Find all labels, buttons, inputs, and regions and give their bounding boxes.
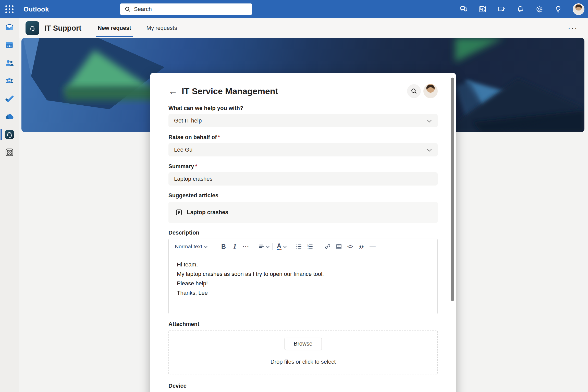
dialog-header: ← IT Service Management: [168, 73, 438, 98]
chevron-down-icon: [427, 118, 432, 122]
groups-icon: [5, 76, 14, 86]
search-input[interactable]: [134, 6, 248, 13]
text-style-dropdown[interactable]: Normal text: [173, 241, 212, 252]
sidebar-item-mail[interactable]: [0, 18, 19, 36]
todo-check-icon: [5, 94, 14, 104]
it-support-headset-icon: [4, 129, 15, 140]
help-with-value: Get IT help: [174, 117, 202, 124]
dialog-search-button[interactable]: [407, 84, 421, 98]
notifications-bell-icon[interactable]: [516, 5, 525, 14]
description-text-area[interactable]: Hi team, My laptop crashes as soon as I …: [169, 254, 437, 306]
code-block-button[interactable]: <>: [345, 241, 356, 252]
account-avatar[interactable]: [573, 3, 584, 15]
sidebar-item-calendar[interactable]: [0, 36, 19, 54]
header-tabs: New request My requests: [96, 18, 190, 38]
onedrive-cloud-icon: [4, 112, 15, 122]
link-icon: [324, 243, 331, 250]
outlook-top-bar: Outlook: [0, 0, 588, 18]
numbered-list-button[interactable]: 123: [304, 241, 316, 252]
search-icon: [410, 88, 418, 95]
link-button[interactable]: [322, 241, 333, 252]
bullet-list-icon: [296, 243, 302, 250]
raise-on-behalf-value: Lee Gu: [174, 146, 192, 153]
sidebar-item-more-apps[interactable]: [0, 143, 19, 161]
onenote-icon[interactable]: [478, 5, 487, 14]
description-editor[interactable]: Normal text B I ··· A: [168, 239, 438, 314]
settings-gear-icon[interactable]: [535, 5, 544, 14]
browse-button[interactable]: Browse: [285, 338, 322, 350]
help-with-select[interactable]: Get IT help: [168, 114, 438, 127]
bold-button[interactable]: B: [218, 241, 229, 252]
it-support-app-icon: [26, 21, 39, 35]
chevron-down-icon: [283, 244, 287, 248]
svg-text:3: 3: [308, 247, 309, 250]
people-icon: [5, 58, 14, 68]
more-apps-grid-icon: [5, 148, 14, 157]
text-color-dropdown[interactable]: A: [276, 241, 287, 252]
todo-tasks-icon[interactable]: [497, 5, 506, 14]
global-search-box[interactable]: [120, 3, 252, 15]
app-title: IT Support: [44, 24, 81, 32]
required-asterisk: *: [195, 163, 197, 169]
description-line: Please help!: [177, 280, 429, 287]
table-icon: [336, 243, 342, 250]
dialog-user-avatar[interactable]: [423, 84, 438, 98]
chevron-down-icon: [204, 244, 207, 248]
tab-my-requests[interactable]: My requests: [144, 18, 179, 38]
drop-files-hint: Drop files or click to select: [271, 359, 336, 365]
summary-input[interactable]: Laptop crashes: [168, 172, 438, 186]
it-service-management-dialog: ← IT Service Management What can we help…: [150, 73, 456, 392]
bullet-list-button[interactable]: [293, 241, 304, 252]
article-icon: [175, 209, 183, 216]
left-app-rail: [0, 18, 19, 392]
topbar-actions: [459, 0, 584, 18]
attachment-dropzone[interactable]: Browse Drop files or click to select: [168, 330, 438, 374]
description-line: My laptop crashes as soon as I try to op…: [177, 271, 429, 277]
editor-toolbar: Normal text B I ··· A: [169, 239, 437, 254]
summary-label: Summary*: [168, 163, 438, 170]
numbered-list-icon: 123: [307, 243, 313, 250]
chevron-down-icon: [266, 244, 270, 248]
quote-button[interactable]: ”: [356, 241, 367, 252]
header-more-menu[interactable]: ···: [568, 26, 578, 31]
required-asterisk: *: [218, 134, 220, 140]
sidebar-item-it-support[interactable]: [0, 126, 19, 143]
feedback-chat-icon[interactable]: [459, 5, 468, 14]
description-label: Description: [168, 229, 438, 236]
chevron-down-icon: [427, 147, 432, 151]
italic-button[interactable]: I: [229, 241, 240, 252]
description-line: Hi team,: [177, 261, 429, 268]
it-support-header: IT Support New request My requests ···: [19, 18, 588, 38]
raise-on-behalf-label: Raise on behalf of*: [168, 134, 438, 141]
mail-icon: [5, 22, 14, 32]
attachment-label: Attachment: [168, 321, 438, 327]
suggested-article-title: Laptop crashes: [187, 209, 228, 216]
suggested-articles-label: Suggested articles: [168, 192, 438, 199]
search-icon: [124, 6, 131, 13]
align-dropdown[interactable]: [258, 241, 269, 252]
sidebar-item-people[interactable]: [0, 54, 19, 72]
suggested-article-link[interactable]: Laptop crashes: [175, 209, 228, 216]
tab-new-request[interactable]: New request: [96, 18, 133, 38]
outlook-app-name: Outlook: [23, 5, 49, 13]
divider-button[interactable]: —: [367, 241, 378, 252]
device-field: Device PC Laptop Tablet: [168, 383, 438, 392]
align-left-icon: [259, 243, 265, 250]
sidebar-item-onedrive[interactable]: [0, 108, 19, 126]
help-with-label: What can we help you with?: [168, 105, 438, 112]
summary-value: Laptop crashes: [174, 176, 212, 182]
dialog-title: IT Service Management: [182, 86, 278, 96]
sidebar-item-todo[interactable]: [0, 90, 19, 108]
app-launcher-waffle-icon[interactable]: [0, 0, 19, 18]
device-label: Device: [168, 383, 438, 389]
description-line: Thanks, Lee: [177, 290, 429, 296]
tips-lightbulb-icon[interactable]: [554, 5, 562, 14]
back-button[interactable]: ←: [168, 86, 180, 96]
dialog-scrollbar[interactable]: [451, 78, 454, 301]
more-formatting-button[interactable]: ···: [240, 241, 252, 252]
sidebar-item-groups[interactable]: [0, 72, 19, 90]
calendar-icon: [5, 41, 14, 50]
table-button[interactable]: [333, 241, 345, 252]
suggested-articles-panel: Laptop crashes: [168, 202, 438, 223]
raise-on-behalf-select[interactable]: Lee Gu: [168, 143, 438, 156]
